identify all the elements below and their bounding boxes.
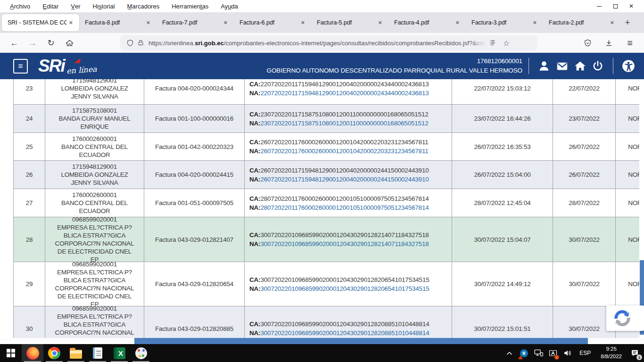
app-menu-icon[interactable]: ≡ [621,36,638,50]
downloads-icon[interactable] [600,36,617,50]
bookmark-star-icon[interactable]: ☆ [500,37,513,49]
table-row[interactable]: 29 0968599020001 EMPRESA EL?CTRICA P?BLI… [14,262,644,306]
tab-factura-pdf[interactable]: Factura-5.pdf ✕ [311,14,388,31]
table-row[interactable]: 25 1760002600001 BANCO CENTRAL DEL ECUAD… [14,133,644,161]
action-center-button[interactable]: 1 [629,346,640,360]
mail-icon [556,60,569,73]
tab-title: Factura-6.pdf [239,19,298,26]
taskbar-notepad-button[interactable] [87,344,108,362]
na-link[interactable]: 3007202201096859902000120430290128206541… [260,285,429,292]
menu-marcadores[interactable]: M̲arcadores [121,1,166,11]
emitter-ruc: 0968599020001 [72,306,117,313]
emitter-cell: 0968599020001 EMPRESA EL?CTRICA P?BLICA … [45,217,144,262]
sri-logo-text: SRi [38,58,65,73]
language-indicator[interactable]: ESP [577,350,594,356]
tab-close-icon[interactable]: ✕ [298,18,307,27]
reader-mode-icon[interactable] [487,37,500,49]
access-key-cell: CA:2807202201176000260000120010510000975… [245,189,452,217]
tab-title: Factura-7.pdf [162,19,221,26]
start-button[interactable] [0,344,22,362]
table-row[interactable]: 28 0968599020001 EMPRESA EL?CTRICA P?BLI… [14,217,644,262]
shield-icon[interactable] [125,37,135,49]
menu-editar[interactable]: E̲ditar [36,1,65,11]
tray-security-icon[interactable]: ! [547,346,559,360]
maximize-button[interactable] [607,1,623,11]
tab-factura-pdf[interactable]: Factura-4.pdf ✕ [388,14,466,31]
ca-value: 2207202201171594812900120040200000243440… [260,81,429,88]
tab-close-icon[interactable]: ✕ [144,18,153,27]
menu-historial[interactable]: His̲torial [87,1,121,11]
tray-antivirus-icon[interactable]: e [518,346,529,360]
na-link[interactable]: 2307202201171587510800120011000000000168… [260,120,428,127]
tab-close-icon[interactable]: ✕ [66,18,75,27]
minimize-button[interactable] [591,1,607,11]
home-button[interactable] [61,36,78,50]
taskbar-explorer-button[interactable] [65,344,87,362]
tab-close-icon[interactable]: ✕ [608,18,617,27]
tab-close-icon[interactable]: ✕ [453,18,462,27]
emitter-name: LOMBEIDA GONZALEZ JENNY SILVANA [55,171,134,187]
na-link[interactable]: 2607202201171594812900120040200000244150… [260,176,429,183]
forward-button[interactable]: → [24,36,41,50]
na-link[interactable]: 2807202201176000260000120010510000975051… [260,204,429,211]
table-row[interactable]: 23 1715948129001 LOMBEIDA GONZALEZ JENNY… [14,79,644,105]
tab-close-icon[interactable]: ✕ [376,18,385,27]
accessibility-button[interactable] [619,57,637,75]
ca-label: CA: [249,167,260,174]
reload-button[interactable]: ↻ [42,36,59,50]
menu-archivo[interactable]: A̲rchivo [4,1,36,11]
na-link[interactable]: 3007202201096859902000120430290128208851… [260,329,429,337]
table-row[interactable]: 24 1715875108001 BANDA CURAY MANUEL ENRI… [14,105,644,133]
tray-network-icon[interactable] [533,346,544,360]
na-link[interactable]: 3007202201096859902000120430290128214071… [260,240,429,247]
row-number-cell: 28 [14,217,45,262]
sidebar-hamburger-button[interactable]: ≡ [13,59,28,74]
taskbar-paint-button[interactable] [130,344,152,362]
table-row[interactable]: 27 1760002600001 BANCO CENTRAL DEL ECUAD… [14,189,644,217]
authorization-date-cell: 28/07/2022 12:45:04 [452,189,553,217]
taskbar-chrome-button[interactable] [43,344,65,362]
menu-ver[interactable]: V̲er [65,1,86,11]
menu-herramientas[interactable]: Herramient̲as [165,1,215,11]
ca-label: CA: [249,321,260,328]
taskbar-excel-button[interactable]: X [108,344,130,362]
home-icon [574,60,586,73]
horizontal-scrollbar-track[interactable] [0,338,644,344]
notepad-icon [93,347,102,359]
tab-factura-pdf[interactable]: Factura-7.pdf ✕ [157,14,234,31]
logout-power-button[interactable] [589,57,607,75]
tab-factura-pdf[interactable]: Factura-2.pdf ✕ [543,14,620,31]
tab-title: Factura-2.pdf [549,19,608,26]
tab-factura-pdf[interactable]: Factura-3.pdf ✕ [466,14,543,31]
sri-logo-tagline: en línea [66,64,97,75]
table-row[interactable]: 26 1715948129001 LOMBEIDA GONZALEZ JENNY… [14,161,644,189]
profile-button[interactable] [535,57,553,75]
ca-value: 3007202201096859902000120430290128214071… [260,231,429,239]
tray-volume-icon[interactable] [562,346,573,360]
authorization-date-cell: 22/07/2022 15:03:12 [452,79,553,104]
na-link[interactable]: 2607202201176000260000120010420002203231… [260,148,428,155]
menu-ayuda[interactable]: Ayu̲da [215,1,244,11]
taskbar-firefox-button[interactable] [22,344,43,362]
tab-close-icon[interactable]: ✕ [530,18,539,27]
home-portal-button[interactable] [571,57,589,75]
protections-shield-icon[interactable] [579,36,596,50]
new-tab-button[interactable]: + [620,16,635,30]
messages-button[interactable] [553,57,571,75]
tab-sri-active[interactable]: SRI - SISTEMA DE COMP ✕ [2,14,79,31]
back-button[interactable]: ← [6,36,23,50]
close-window-button[interactable]: ✕ [623,1,639,11]
tab-factura-pdf[interactable]: Factura-6.pdf ✕ [234,14,311,31]
na-link[interactable]: 2207202201171594812900120040200000243440… [260,90,429,97]
recaptcha-badge[interactable] [606,305,644,331]
taskbar-clock[interactable]: 9:25 8/8/2022 [597,346,626,360]
emission-date-cell: 23/07/2022 [553,105,616,132]
lock-icon[interactable] [135,37,146,49]
emission-date-cell: 22/07/2022 [553,79,616,104]
tab-factura-pdf[interactable]: Factura-8.pdf ✕ [79,14,157,31]
tray-expand-chevron[interactable] [504,346,515,360]
tab-close-icon[interactable]: ✕ [221,18,230,27]
url-bar[interactable]: https://srienlinea.sri.gob.ec/comprobant… [120,35,537,50]
horizontal-scrollbar-thumb[interactable] [134,338,588,344]
sri-logo[interactable]: SRi en línea [38,58,97,73]
